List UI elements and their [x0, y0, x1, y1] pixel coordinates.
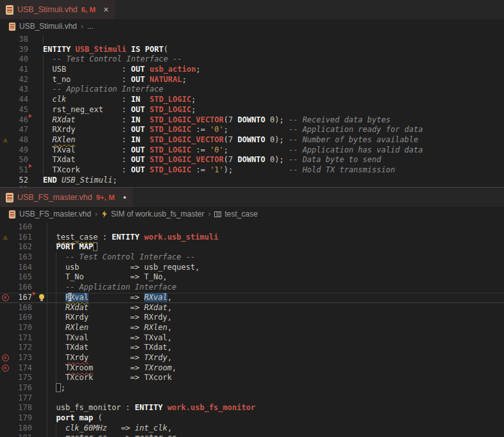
- code-line: 169 RXrdy => RXrdy,: [0, 313, 504, 323]
- code-line-text[interactable]: RXdat => RXdat,: [47, 303, 504, 313]
- gutter-marker-cell: [32, 313, 37, 323]
- code-area[interactable]: 3839ENTITY USB_Stimuli IS PORT(40 -- Tes…: [0, 33, 504, 187]
- code-line: 172 TXdat => TXdat,: [0, 343, 504, 353]
- code-token: [140, 115, 149, 124]
- indent-guide: [56, 373, 56, 383]
- breadcrumb-item[interactable]: USB_Stimuli.vhd: [8, 22, 77, 31]
- code-line-text[interactable]: TXcork : OUT STD_LOGIC := '1'); -- Hold …: [43, 165, 504, 176]
- code-token: TXval :: [43, 145, 131, 154]
- code-line-text[interactable]: test_case : ENTITY work.usb_stimuli: [47, 233, 504, 243]
- breadcrumb-item[interactable]: SIM of work.usb_fs_master: [101, 210, 204, 218]
- code-token: (7: [224, 115, 238, 124]
- gutter-problem-cell: [0, 403, 10, 413]
- code-line-text[interactable]: PORT MAP(: [47, 242, 504, 252]
- code-line-text[interactable]: TXcork => TXcork: [47, 373, 504, 383]
- code-token: =>: [130, 363, 144, 372]
- code-line-text[interactable]: TXrdy => TXrdy,: [47, 353, 504, 363]
- code-line-text[interactable]: [47, 393, 504, 404]
- lightbulb-icon[interactable]: [38, 294, 45, 302]
- code-token: STD_LOGIC: [149, 145, 191, 154]
- code-line-text[interactable]: RXlen : IN STD_LOGIC_VECTOR(7 DOWNTO 0);…: [43, 135, 504, 145]
- code-token: work.usb_stimuli: [144, 233, 219, 242]
- code-line-text[interactable]: TXdat => TXdat,: [47, 343, 504, 353]
- gutter-marker-cell: [32, 242, 37, 252]
- code-line-text[interactable]: RXdat : IN STD_LOGIC_VECTOR(7 DOWNTO 0);…: [43, 115, 504, 126]
- code-line-text[interactable]: clk_60MHz => int_clk,: [47, 424, 504, 434]
- code-line-text[interactable]: TXval : OUT STD_LOGIC := '0'; -- Applica…: [43, 145, 504, 156]
- code-line: 179 port map (: [0, 413, 504, 424]
- code-token: ,: [167, 303, 172, 312]
- code-line-text[interactable]: port map (: [47, 413, 504, 424]
- glyph-margin-cell: [37, 343, 47, 353]
- code-line-text[interactable]: RXval => RXval,: [47, 293, 504, 303]
- code-line-text[interactable]: -- Test Control Interface --: [47, 252, 504, 263]
- code-line-text[interactable]: T_No => T_No,: [47, 272, 504, 283]
- code-token: OUT: [131, 65, 149, 74]
- line-number: 47: [10, 125, 28, 135]
- gutter-marker-cell: [32, 233, 37, 243]
- code-line-text[interactable]: t_no : OUT NATURAL;: [43, 75, 504, 85]
- glyph-margin-cell: [33, 65, 43, 75]
- code-token: TXcork => TXcork: [47, 373, 172, 382]
- code-line-text[interactable]: USB : OUT usb_action;: [43, 65, 504, 75]
- tab-bar-top: USB_Stimuli.vhd 6, M ×: [0, 0, 504, 19]
- code-area[interactable]: 160⚠161 test_case : ENTITY work.usb_stim…: [0, 221, 504, 437]
- code-line-text[interactable]: [43, 35, 504, 45]
- code-line-text[interactable]: RXrdy : OUT STD_LOGIC := '0'; -- Applica…: [43, 125, 504, 135]
- code-line: ⚠48 RXlen : IN STD_LOGIC_VECTOR(7 DOWNTO…: [0, 135, 504, 145]
- code-line-text[interactable]: -- Application Interface: [47, 283, 504, 293]
- code-line-text[interactable]: ENTITY USB_Stimuli IS PORT(: [43, 45, 504, 55]
- glyph-margin-cell: [33, 105, 43, 115]
- tab-usb-stimuli[interactable]: USB_Stimuli.vhd 6, M ×: [0, 0, 115, 19]
- gutter-marker-cell: [32, 263, 37, 273]
- unsaved-dot-icon[interactable]: ●: [123, 194, 126, 201]
- code-token: ;: [224, 125, 289, 134]
- line-number: 168: [10, 303, 32, 313]
- code-line-text[interactable]: usb => usb_request,: [47, 263, 504, 273]
- code-line-text[interactable]: RXrdy => RXrdy,: [47, 313, 504, 323]
- code-line: 51 TXcork : OUT STD_LOGIC := '1'); -- Ho…: [0, 165, 504, 176]
- code-line-text[interactable]: rst_neg_ext : OUT STD_LOGIC;: [43, 105, 504, 115]
- breadcrumb-item[interactable]: USB_FS_master.vhd: [8, 210, 91, 219]
- gutter-problem-cell: [0, 35, 10, 45]
- code-token: :=: [191, 125, 210, 134]
- code-line-text[interactable]: RXlen => RXlen,: [47, 323, 504, 333]
- code-line-text[interactable]: TXdat : OUT STD_LOGIC_VECTOR(7 DOWNTO 0)…: [43, 155, 504, 165]
- editor-group-top: USB_Stimuli.vhd 6, M × USB_Stimuli.vhd›.…: [0, 0, 504, 187]
- glyph-margin-cell: [33, 155, 43, 165]
- code-token: PORT: [145, 45, 164, 54]
- glyph-margin-cell: [37, 363, 47, 374]
- code-line-text[interactable]: [47, 222, 504, 233]
- breadcrumb-item[interactable]: ...: [87, 22, 94, 31]
- close-icon[interactable]: ×: [103, 5, 108, 14]
- tab-usb-fs-master[interactable]: USB_FS_master.vhd 9+, M ●: [0, 188, 133, 207]
- code-token: TXdat :: [43, 155, 131, 164]
- line-number: 167: [10, 293, 32, 303]
- indent-guide: [43, 54, 44, 65]
- gutter-marker-cell: [28, 65, 33, 75]
- breadcrumb-item[interactable]: test_case: [214, 210, 257, 218]
- code-line-text[interactable]: TXval => TXval,: [47, 333, 504, 343]
- indent-guide: [47, 393, 47, 404]
- code-line: 181 master_ss => master_ss: [0, 433, 504, 437]
- gutter-problem-cell: [0, 333, 10, 343]
- code-line-text[interactable]: usb_fs_monitor : ENTITY work.usb_fs_moni…: [47, 403, 504, 413]
- code-token: PORT MAP: [56, 242, 93, 251]
- code-line-text[interactable]: END USB_Stimuli;: [43, 176, 504, 186]
- code-line: 49 TXval : OUT STD_LOGIC := '0'; -- Appl…: [0, 145, 504, 156]
- code-token: IS: [131, 45, 140, 54]
- code-line-text[interactable]: master_ss => master_ss: [47, 433, 504, 437]
- code-token: TXcork :: [43, 165, 131, 174]
- line-number: 164: [10, 263, 32, 273]
- code-line-text[interactable]: clk : IN STD_LOGIC;: [43, 95, 504, 105]
- glyph-margin-cell: [37, 272, 47, 283]
- code-line: ×167 RXval => RXval,: [0, 293, 504, 303]
- indent-guide: [47, 323, 47, 333]
- gutter-problem-cell: [0, 176, 10, 186]
- code-line-text[interactable]: );: [47, 383, 504, 393]
- code-line-text[interactable]: -- Application Interface: [43, 85, 504, 95]
- gutter-marker-cell: [32, 433, 37, 437]
- code-line-text[interactable]: TXroom => TXroom,: [47, 363, 504, 374]
- code-line-text[interactable]: -- Test Control Interface --: [43, 54, 504, 65]
- code-line: 50 TXdat : OUT STD_LOGIC_VECTOR(7 DOWNTO…: [0, 155, 504, 165]
